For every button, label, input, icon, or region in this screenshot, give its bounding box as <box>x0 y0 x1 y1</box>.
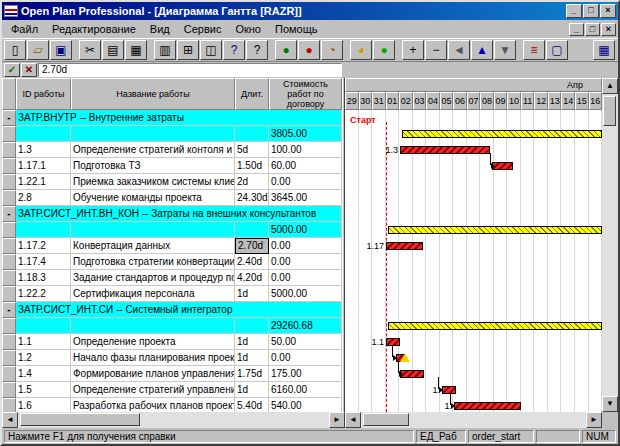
task-id-cell[interactable]: 1.1 <box>16 334 71 350</box>
total-duration-cell[interactable] <box>235 126 269 142</box>
toolbar-paste-button[interactable]: ▦ <box>125 40 147 60</box>
toolbar-add-activity-button[interactable]: + <box>402 40 424 60</box>
cost-column-header[interactable]: Стоимость работ по договору <box>269 78 342 110</box>
task-cost-cell[interactable]: 175.00 <box>269 366 342 382</box>
row-expand-cell[interactable]: - <box>2 110 16 126</box>
task-id-cell[interactable]: 1.22.2 <box>16 286 71 302</box>
gantt-task-bar-row18[interactable] <box>454 402 521 410</box>
task-duration-cell[interactable]: 4.20d <box>235 270 269 286</box>
gantt-task-bar-row14[interactable] <box>386 338 400 346</box>
duration-column-header[interactable]: Длит. <box>235 78 269 110</box>
task-cost-cell[interactable]: 540.00 <box>269 398 342 412</box>
menu-item-5[interactable]: Окно <box>228 22 268 36</box>
menu-item-2[interactable]: Редактирование <box>45 22 143 36</box>
toolbar-baseline-clock-button[interactable]: ◕ <box>350 40 372 60</box>
window-maximize-button[interactable]: □ <box>583 4 599 18</box>
task-name-cell[interactable]: Сертификация персонала <box>71 286 235 302</box>
task-id-cell[interactable]: 1.6 <box>16 398 71 412</box>
vscroll-track[interactable] <box>602 94 618 396</box>
task-cost-cell[interactable]: 0.00 <box>269 270 342 286</box>
gantt-task-bar-row17[interactable] <box>442 386 456 394</box>
toolbar-clock-button[interactable]: ◔ <box>321 40 343 60</box>
task-cost-cell[interactable]: 0.00 <box>269 350 342 366</box>
toolbar-move-down-button[interactable]: ▼ <box>494 40 516 60</box>
toolbar-help-button[interactable]: ? <box>223 40 245 60</box>
task-cost-cell[interactable]: 50.00 <box>269 334 342 350</box>
gantt-task-bar-row8[interactable] <box>386 242 423 250</box>
table-hscroll-thumb[interactable] <box>20 413 140 426</box>
task-id-cell[interactable]: 1.4 <box>16 366 71 382</box>
task-cost-cell[interactable]: 60.00 <box>269 158 342 174</box>
gantt-hscroll-track[interactable] <box>361 412 586 428</box>
task-duration-cell[interactable]: 1d <box>235 382 269 398</box>
scroll-down-button[interactable]: ▼ <box>602 396 618 412</box>
gantt-task-bar-row3[interactable] <box>492 162 513 170</box>
cancel-edit-button[interactable]: ✕ <box>21 63 37 77</box>
total-duration-cell[interactable] <box>235 222 269 238</box>
section-title-cell[interactable]: ЗАТР.СИСТ_ИНТ.СИ -- Системный интегратор <box>16 302 342 318</box>
toolbar-print-preview-button[interactable]: ◫ <box>200 40 222 60</box>
gantt-task-bar-row2[interactable] <box>400 146 490 154</box>
task-duration-cell-selected[interactable]: 2.70d <box>235 238 269 254</box>
task-id-cell[interactable]: 1.5 <box>16 382 71 398</box>
gantt-summary-bar-row13[interactable] <box>388 322 602 330</box>
toolbar-window-layout-button[interactable]: ▦ <box>593 40 615 60</box>
row-expand-cell[interactable]: - <box>2 302 16 318</box>
gantt-summary-bar-row1[interactable] <box>402 130 602 138</box>
total-cost-cell[interactable]: 29260.68 <box>269 318 342 334</box>
task-name-cell[interactable]: Определение стратегий контоля и отч <box>71 142 235 158</box>
task-duration-cell[interactable]: 1d <box>235 350 269 366</box>
task-cost-cell[interactable]: 0.00 <box>269 238 342 254</box>
task-duration-cell[interactable]: 1.50d <box>235 158 269 174</box>
cell-edit-field[interactable]: 2.70d <box>38 63 342 77</box>
mdi-restore-button[interactable]: □ <box>585 23 600 36</box>
vertical-scrollbar[interactable]: ▲▼ <box>602 78 618 412</box>
vscroll-thumb[interactable] <box>603 96 616 126</box>
gantt-task-bar-row16[interactable] <box>400 370 424 378</box>
mdi-close-button[interactable]: × <box>601 23 616 36</box>
toolbar-time-analysis-button[interactable]: ● <box>275 40 297 60</box>
gantt-summary-bar-row7[interactable] <box>388 226 602 234</box>
toolbar-remove-activity-button[interactable]: − <box>425 40 447 60</box>
menu-item-4[interactable]: Сервис <box>177 22 229 36</box>
table-scroll-left-button[interactable]: ◄ <box>2 412 18 428</box>
task-name-cell[interactable]: Определение стратегий управления и <box>71 382 235 398</box>
total-cost-cell[interactable]: 3805.00 <box>269 126 342 142</box>
task-name-cell[interactable]: Формирование планов управления <box>71 366 235 382</box>
task-name-cell[interactable]: Разработка рабочих планов проекта <box>71 398 235 412</box>
task-id-cell[interactable]: 1.17.1 <box>16 158 71 174</box>
task-name-cell[interactable]: Подготовка стратегии конвертации <box>71 254 235 270</box>
gantt-scroll-right-button[interactable]: ► <box>586 412 602 428</box>
toolbar-new-button[interactable]: ▯ <box>4 40 26 60</box>
toolbar-open-button[interactable]: ▱ <box>27 40 49 60</box>
task-duration-cell[interactable]: 1d <box>235 286 269 302</box>
total-name-cell[interactable] <box>71 318 235 334</box>
task-id-cell[interactable]: 1.22.1 <box>16 174 71 190</box>
task-duration-cell[interactable]: 1d <box>235 334 269 350</box>
total-id-cell[interactable] <box>16 222 71 238</box>
table-hscrollbar[interactable]: ◄► <box>2 412 345 428</box>
menu-item-6[interactable]: Помощь <box>268 22 325 36</box>
name-column-header[interactable]: Название работы <box>71 78 235 110</box>
toolbar-view-barchart-button[interactable]: ≡ <box>523 40 545 60</box>
toolbar-resource-analysis-button[interactable]: ● <box>298 40 320 60</box>
table-hscroll-track[interactable] <box>18 412 329 428</box>
task-id-cell[interactable]: 1.17.2 <box>16 238 71 254</box>
section-title-cell[interactable]: ЗАТР.СИСТ_ИНТ.ВН_КОН -- Затраты на внешн… <box>16 206 342 222</box>
toolbar-spreadsheet-button[interactable]: ⊞ <box>177 40 199 60</box>
task-cost-cell[interactable]: 0.00 <box>269 254 342 270</box>
total-id-cell[interactable] <box>16 126 71 142</box>
toolbar-copy-button[interactable]: ▤ <box>102 40 124 60</box>
task-cost-cell[interactable]: 3645.00 <box>269 190 342 206</box>
section-title-cell[interactable]: ЗАТР.ВНУТР -- Внутренние затраты <box>16 110 342 126</box>
task-duration-cell[interactable]: 2.40d <box>235 254 269 270</box>
window-close-button[interactable]: × <box>600 4 616 18</box>
task-name-cell[interactable]: Обучение команды проекта <box>71 190 235 206</box>
toolbar-print-button[interactable]: ▥ <box>154 40 176 60</box>
task-id-cell[interactable]: 1.2 <box>16 350 71 366</box>
task-duration-cell[interactable]: 1.75d <box>235 366 269 382</box>
total-name-cell[interactable] <box>71 126 235 142</box>
mdi-minimize-button[interactable]: _ <box>569 23 584 36</box>
task-id-cell[interactable]: 2.8 <box>16 190 71 206</box>
task-name-cell[interactable]: Определение проекта <box>71 334 235 350</box>
